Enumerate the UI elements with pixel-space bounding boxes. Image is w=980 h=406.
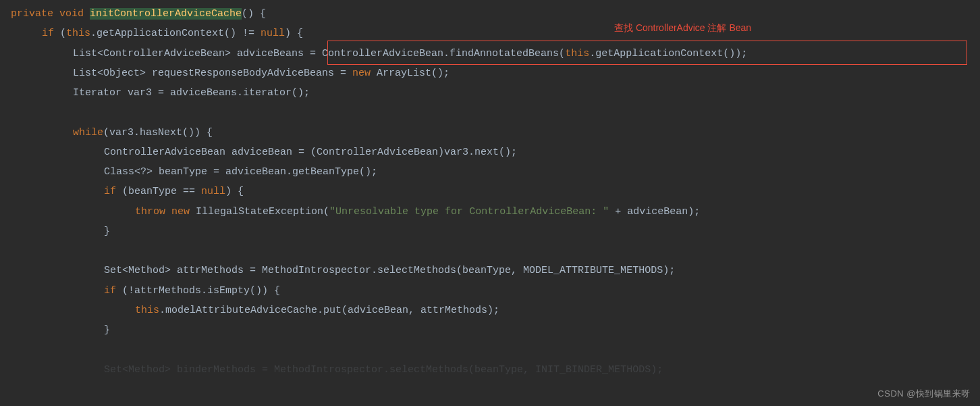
string-literal: "Unresolvable type for ControllerAdviceB… <box>329 206 609 218</box>
code-line: while(var3.hasNext()) { <box>0 123 980 143</box>
keyword: null <box>261 28 285 39</box>
code-text: List<Object> requestResponseBodyAdviceBe… <box>73 68 352 79</box>
code-text: (beanType == <box>116 186 201 197</box>
keyword: private <box>11 8 53 20</box>
code-text: IllegalStateException( <box>190 206 329 218</box>
code-text: + adviceBean); <box>609 206 700 218</box>
code-text: .getApplicationContext() != <box>90 28 261 39</box>
code-line-partial: Set<Method> binderMethods = MethodIntros… <box>0 360 980 380</box>
code-text: ) { <box>225 186 244 197</box>
watermark: CSDN @快到锅里来呀 <box>877 385 971 402</box>
code-text: ControllerAdviceBean adviceBean = (Contr… <box>104 147 517 158</box>
code-line: Class<?> beanType = adviceBean.getBeanTy… <box>0 162 980 182</box>
code-text: () { <box>242 8 266 20</box>
keyword: if <box>104 186 116 197</box>
code-line: if (beanType == null) { <box>0 182 980 201</box>
code-line: ControllerAdviceBean adviceBean = (Contr… <box>0 143 980 162</box>
code-line: List<ControllerAdviceBean> adviceBeans =… <box>0 44 980 64</box>
code-line: this.modelAttributeAdviceCache.put(advic… <box>0 301 980 320</box>
code-text: ArrayList(); <box>371 68 450 79</box>
code-line: Iterator var3 = adviceBeans.iterator(); <box>0 83 980 103</box>
code-line: } <box>0 320 980 340</box>
code-text: Set<Method> binderMethods = MethodIntros… <box>104 364 663 376</box>
keyword: new <box>352 68 371 79</box>
code-text: ) { <box>285 28 303 39</box>
code-text: } <box>104 226 110 237</box>
annotation-label: 查找 ControllerAdvice 注解 Bean <box>614 19 751 37</box>
keyword: if <box>104 285 116 297</box>
blank-line <box>0 103 980 122</box>
method-name-highlight: initControllerAdviceCache <box>90 8 242 20</box>
code-line: Set<Method> attrMethods = MethodIntrospe… <box>0 261 980 280</box>
code-text: .modelAttributeAdviceCache.put(adviceBea… <box>159 305 499 316</box>
code-text: ControllerAdviceBean.findAnnotatedBeans( <box>322 48 565 59</box>
code-line: private void initControllerAdviceCache()… <box>0 4 980 24</box>
keyword: null <box>201 186 225 197</box>
keyword-this: this <box>565 48 589 59</box>
code-text: Class<?> beanType = adviceBean.getBeanTy… <box>104 166 377 178</box>
code-line: if (this.getApplicationContext() != null… <box>0 24 980 43</box>
code-text: (var3.hasNext()) { <box>103 127 213 138</box>
keyword: while <box>73 127 103 138</box>
keyword-this: this <box>66 28 90 39</box>
code-line: } <box>0 222 980 241</box>
keyword: void <box>59 8 84 20</box>
keyword: new <box>171 206 190 218</box>
code-text: List<ControllerAdviceBean> adviceBeans = <box>73 48 322 59</box>
keyword-this: this <box>135 305 159 316</box>
code-text: (!attrMethods.isEmpty()) { <box>116 285 280 297</box>
code-text: ( <box>54 28 66 39</box>
code-line: List<Object> requestResponseBodyAdviceBe… <box>0 64 980 83</box>
keyword: throw <box>135 206 165 218</box>
code-text: Iterator var3 = adviceBeans.iterator(); <box>73 87 310 99</box>
blank-line <box>0 340 980 359</box>
code-text: } <box>104 324 110 336</box>
keyword: if <box>42 28 54 39</box>
code-text: Set<Method> attrMethods = MethodIntrospe… <box>104 265 675 276</box>
code-line: throw new IllegalStateException("Unresol… <box>0 202 980 222</box>
code-text: .getApplicationContext()); <box>589 48 747 59</box>
code-line: if (!attrMethods.isEmpty()) { <box>0 281 980 301</box>
blank-line <box>0 241 980 261</box>
